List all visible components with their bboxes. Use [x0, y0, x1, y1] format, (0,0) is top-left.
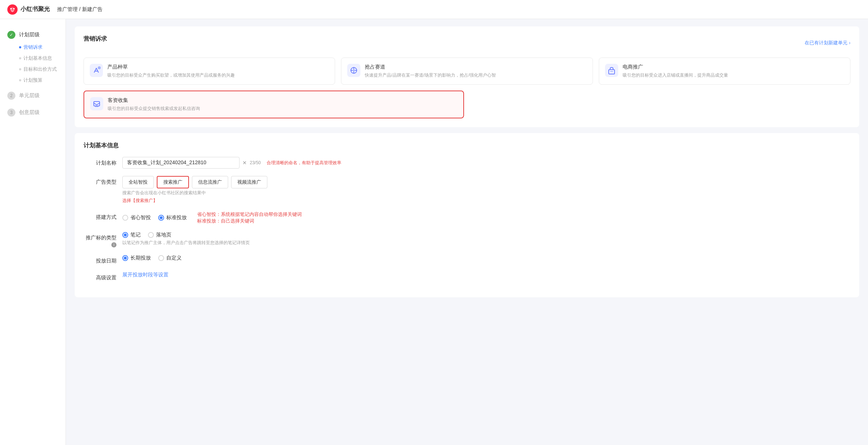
sidebar-step2-group: 2 单元层级 [0, 89, 66, 103]
delivery-date-label: 投放日期 [84, 255, 116, 264]
goal-card-track[interactable]: 抢占赛道 快速提升产品/品牌在某一赛道/场景下的影响力，抢占/强化用户心智 [341, 58, 593, 85]
ad-type-hint: 搜索广告会出现在小红书社区的搜索结果中 [122, 190, 850, 196]
build-method-standard[interactable]: 标准投放 [158, 214, 187, 221]
form-row-advanced: 高级设置 展开投放时段等设置 [84, 272, 850, 281]
build-method-radios: 省心智投 标准投放 省心智投：系统根据笔记内容自动帮你选择关键词标准投放：自己选… [122, 211, 850, 224]
build-method-standard-label: 标准投放 [166, 214, 187, 221]
breadcrumb-parent: 推广管理 [57, 6, 78, 12]
svg-point-1 [10, 8, 12, 10]
sidebar-item-budget[interactable]: 计划预算 [19, 75, 66, 86]
sidebar-step2[interactable]: 2 单元层级 [0, 89, 66, 103]
plan-name-input[interactable] [122, 157, 240, 169]
input-clear-icon[interactable]: ✕ [242, 160, 247, 166]
leads-card-content: 客资收集 吸引您的目标受众提交销售线索或发起私信咨询 [108, 97, 200, 112]
build-method-annotation: 省心智投：系统根据笔记内容自动帮你选择关键词标准投放：自己选择关键词 [197, 211, 302, 224]
product-card-desc: 吸引您的目标受众产生购买欲望，或增加其使用产品或服务的兴趣 [107, 72, 235, 78]
svg-rect-3 [90, 64, 103, 77]
delivery-date-content: 长期投放 自定义 [122, 255, 850, 261]
page-layout: ✓ 计划层级 营销诉求 计划基本信息 目标和出价方式 计划预算 [0, 19, 868, 445]
track-card-content: 抢占赛道 快速提升产品/品牌在某一赛道/场景下的影响力，抢占/强化用户心智 [365, 64, 496, 78]
ad-type-label: 广告类型 [84, 176, 116, 185]
goal-card-leads[interactable]: 客资收集 吸引您的目标受众提交销售线索或发起私信咨询 [84, 91, 464, 118]
advanced-link[interactable]: 展开投放时段等设置 [122, 272, 168, 277]
build-method-standard-radio [158, 215, 164, 221]
plan-basic-card: 计划基本信息 计划名称 ✕ 23/50 合理清晰的命名，有助于提高管理效率 广告… [75, 133, 859, 297]
build-method-label: 搭建方式 [84, 211, 116, 221]
form-row-delivery-date: 投放日期 长期投放 自定义 [84, 255, 850, 264]
goal-card-product[interactable]: 产品种草 吸引您的目标受众产生购买欲望，或增加其使用产品或服务的兴趣 [84, 58, 335, 85]
goal-cards-row2: 客资收集 吸引您的目标受众提交销售线索或发起私信咨询 [84, 91, 850, 118]
build-method-content: 省心智投 标准投放 省心智投：系统根据笔记内容自动帮你选择关键词标准投放：自己选… [122, 211, 850, 224]
plan-name-label: 计划名称 [84, 157, 116, 166]
form-row-ad-type: 广告类型 全站智投 搜索推广 信息流推广 视频流推广 搜索广告会出现在小红书社区… [84, 176, 850, 204]
header: 小红书聚光 推广管理 / 新建广告 [0, 0, 868, 19]
logo: 小红书聚光 [7, 4, 50, 15]
sidebar-step1-group: ✓ 计划层级 营销诉求 计划基本信息 目标和出价方式 计划预算 [0, 28, 66, 86]
build-method-smart[interactable]: 省心智投 [122, 214, 151, 221]
product-card-content: 产品种草 吸引您的目标受众产生购买欲望，或增加其使用产品或服务的兴趣 [107, 64, 235, 78]
promo-type-landing-radio [148, 232, 154, 238]
ecommerce-card-title: 电商推广 [623, 64, 728, 70]
sidebar-step1-sub: 营销诉求 计划基本信息 目标和出价方式 计划预算 [0, 42, 66, 86]
breadcrumb: 推广管理 / 新建广告 [57, 6, 103, 13]
ecommerce-card-desc: 吸引您的目标受众进入店铺或直播间，提升商品成交量 [623, 72, 728, 78]
logo-icon [7, 4, 18, 15]
logo-text: 小红书聚光 [21, 5, 50, 13]
leads-card-title: 客资收集 [108, 97, 200, 104]
promo-type-note[interactable]: 笔记 [122, 232, 141, 238]
track-card-title: 抢占赛道 [365, 64, 496, 70]
ad-type-all[interactable]: 全站智投 [122, 176, 154, 188]
ad-type-feed[interactable]: 信息流推广 [192, 176, 228, 188]
track-card-icon [347, 64, 360, 77]
product-card-title: 产品种草 [107, 64, 235, 70]
sidebar-item-marketing[interactable]: 营销诉求 [19, 42, 66, 53]
svg-point-7 [353, 69, 355, 71]
form-row-plan-name: 计划名称 ✕ 23/50 合理清晰的命名，有助于提高管理效率 [84, 157, 850, 169]
svg-point-2 [13, 8, 15, 10]
promo-type-landing-label: 落地页 [156, 232, 171, 238]
step2-circle: 2 [7, 92, 15, 100]
promo-type-landing[interactable]: 落地页 [148, 232, 171, 238]
svg-rect-10 [90, 97, 103, 110]
promo-type-radios: 笔记 落地页 [122, 232, 850, 238]
leads-card-desc: 吸引您的目标受众提交销售线索或发起私信咨询 [108, 105, 200, 112]
delivery-date-longterm[interactable]: 长期投放 [122, 255, 151, 261]
promo-type-info-icon[interactable]: i [111, 242, 116, 247]
goal-card-ecommerce[interactable]: 电商推广 吸引您的目标受众进入店铺或直播间，提升商品成交量 [599, 58, 850, 85]
create-in-existing-link[interactable]: 在已有计划新建单元 › [805, 40, 850, 46]
ecommerce-card-content: 电商推广 吸引您的目标受众进入店铺或直播间，提升商品成交量 [623, 64, 728, 78]
delivery-date-custom-label: 自定义 [166, 255, 182, 261]
delivery-date-longterm-radio [122, 255, 128, 261]
sidebar-item-target-label: 目标和出价方式 [23, 66, 57, 73]
leads-card-icon [90, 97, 103, 110]
ad-type-video[interactable]: 视频流推广 [231, 176, 267, 188]
step1-label: 计划层级 [19, 32, 40, 38]
ad-type-content: 全站智投 搜索推广 信息流推广 视频流推广 搜索广告会出现在小红书社区的搜索结果… [122, 176, 850, 204]
product-card-icon [90, 64, 103, 77]
delivery-date-longterm-label: 长期投放 [130, 255, 151, 261]
ad-type-hint-red: 选择【搜索推广】 [122, 198, 850, 204]
delivery-date-custom[interactable]: 自定义 [158, 255, 182, 261]
chevron-right-icon: › [849, 40, 850, 45]
plan-name-hint: 合理清晰的命名，有助于提高管理效率 [267, 160, 341, 166]
goal-cards-row2-empty [470, 91, 850, 118]
sidebar-step1[interactable]: ✓ 计划层级 [0, 28, 66, 42]
promo-type-label: 推广标的类型 i [84, 232, 116, 247]
sidebar-item-marketing-label: 营销诉求 [23, 44, 42, 51]
ecommerce-card-icon [605, 64, 618, 77]
main-content: 营销诉求 在已有计划新建单元 › [66, 19, 868, 445]
plan-name-content: ✕ 23/50 合理清晰的命名，有助于提高管理效率 [122, 157, 850, 169]
ad-type-search[interactable]: 搜索推广 [157, 176, 189, 188]
sidebar-item-plan-basic-label: 计划基本信息 [23, 55, 52, 62]
sidebar-step3[interactable]: 3 创意层级 [0, 106, 66, 119]
goal-cards-row1: 产品种草 吸引您的目标受众产生购买欲望，或增加其使用产品或服务的兴趣 [84, 58, 850, 85]
form-row-build-method: 搭建方式 省心智投 标准投放 省心智投：系统根据笔记内容自动帮你选择关键词标准投… [84, 211, 850, 224]
sidebar: ✓ 计划层级 营销诉求 计划基本信息 目标和出价方式 计划预算 [0, 19, 66, 445]
sidebar-item-plan-basic[interactable]: 计划基本信息 [19, 53, 66, 64]
sidebar-item-budget-label: 计划预算 [23, 77, 42, 84]
plan-name-counter: 23/50 [250, 160, 261, 165]
sidebar-item-target[interactable]: 目标和出价方式 [19, 64, 66, 75]
advanced-label: 高级设置 [84, 272, 116, 281]
dot-active [19, 46, 21, 48]
delivery-date-custom-radio [158, 255, 164, 261]
